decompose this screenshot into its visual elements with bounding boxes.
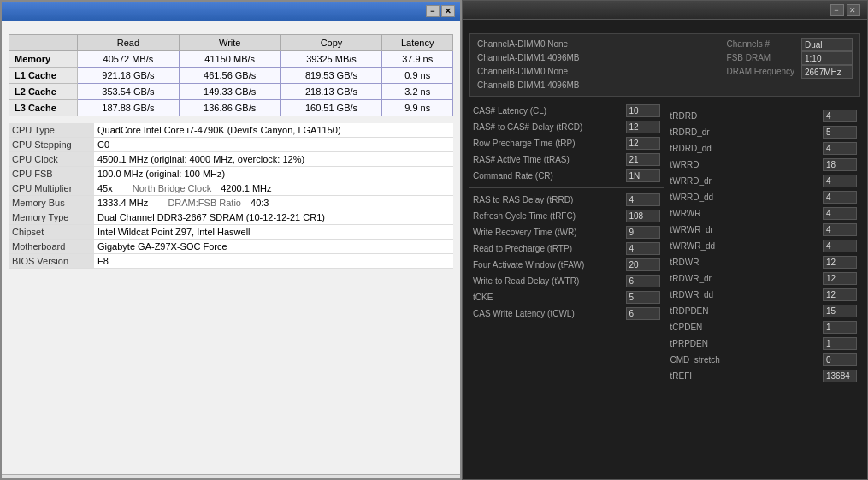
timing-value-input[interactable] (823, 142, 857, 155)
timing-row: Write to Read Delay (tWTR) (469, 274, 664, 288)
bench-label: L1 Cache (9, 68, 78, 84)
timing-value-input[interactable] (823, 191, 857, 204)
info-row: CPU FSB 100.0 MHz (original: 100 MHz) (9, 167, 453, 181)
timing-row: Write Recovery Time (tWR) (469, 225, 664, 240)
right-titlebar: − ✕ (463, 1, 867, 20)
channel-input[interactable] (801, 38, 853, 51)
bench-label: Memory (9, 51, 78, 68)
info-value: QuadCore Intel Core i7-4790K (Devil's Ca… (94, 123, 453, 138)
benchmark-table: Read Write Copy Latency Memory 40572 MB/… (9, 34, 453, 116)
timing-value-input[interactable] (823, 223, 857, 236)
timing-value-input[interactable] (626, 169, 660, 182)
dimm-line: ChannelB-DIMM0 None (477, 65, 580, 79)
bench-row: L3 Cache 187.88 GB/s 136.86 GB/s 160.51 … (9, 100, 453, 116)
left-titlebar: − ✕ (2, 2, 460, 21)
channel-label: DRAM Frequency (727, 65, 794, 79)
right-minimize-button[interactable]: − (830, 4, 844, 16)
right-close-button[interactable]: ✕ (847, 4, 860, 16)
channel-line: DRAM Frequency (727, 65, 853, 79)
close-button[interactable]: ✕ (441, 5, 455, 17)
timing-value-input[interactable] (823, 321, 857, 334)
timing-row: Four Activate Window (tFAW) (469, 258, 664, 272)
timing-row: tRDWR (667, 255, 861, 270)
bench-read: 353.54 GB/s (78, 84, 180, 100)
info-row: BIOS Version F8 (9, 254, 453, 269)
info-value: 1333.4 MHz DRAM:FSB Ratio 40:3 (94, 196, 453, 210)
timing-label: tRDRD_dd (670, 144, 824, 153)
info-label: Memory Bus (9, 196, 94, 210)
timing-value-input[interactable] (626, 210, 660, 222)
channel-label: FSB DRAM (727, 51, 771, 65)
timing-label: tPRPDEN (670, 339, 824, 348)
timing-row: CAS Write Latency (tCWL) (469, 306, 664, 321)
channel-input[interactable] (801, 51, 853, 65)
bench-copy: 39325 MB/s (280, 51, 382, 68)
timing-value-input[interactable] (626, 153, 660, 166)
timing-value-input[interactable] (823, 256, 857, 269)
timing-row: tWRWR (667, 206, 861, 221)
timing-label: tRDWR (670, 258, 824, 267)
timing-label: tRDRD_dr (670, 127, 824, 137)
timing-value-input[interactable] (823, 126, 857, 139)
timing-right-col: tRDRD tRDRD_dr tRDRD_dd tWRRD tWRRD_dr t… (667, 104, 861, 472)
timing-value-input[interactable] (626, 193, 660, 206)
timing-label: tRDPDEN (670, 306, 824, 316)
timing-label: Row Precharge Time (tRP) (473, 139, 626, 148)
timing-label: RAS to RAS Delay (tRRD) (473, 195, 626, 204)
titlebar-buttons: − ✕ (426, 5, 455, 17)
timing-row: tRDRD (667, 109, 861, 123)
timing-value-input[interactable] (626, 226, 660, 239)
info-value: 100.0 MHz (original: 100 MHz) (94, 167, 453, 181)
col-write: Write (179, 35, 280, 51)
timing-value-input[interactable] (823, 207, 857, 220)
timing-value-input[interactable] (823, 288, 857, 301)
timing-label: CMD_stretch (670, 355, 824, 364)
timing-value-input[interactable] (626, 242, 660, 255)
timing-row: tWRWR_dd (667, 239, 861, 253)
bench-row: Memory 40572 MB/s 41150 MB/s 39325 MB/s … (9, 51, 453, 68)
info-value: C0 (94, 138, 453, 152)
timing-label: RAS# to CAS# Delay (tRCD) (473, 122, 626, 132)
timing-divider (469, 187, 664, 188)
bench-latency: 9.9 ns (382, 100, 453, 116)
timing-label: CAS Write Latency (tCWL) (473, 309, 626, 318)
right-panel: − ✕ ChannelA-DIMM0 NoneChannelA-DIMM1 40… (462, 0, 868, 480)
footer-bar (2, 474, 460, 478)
timing-value-input[interactable] (823, 353, 857, 366)
channel-input[interactable] (801, 65, 853, 79)
timing-row: tRDRD_dd (667, 141, 861, 156)
timing-value-input[interactable] (626, 275, 660, 287)
timing-value-input[interactable] (823, 240, 857, 252)
info-value: 4500.1 MHz (original: 4000 MHz, overcloc… (94, 152, 453, 167)
dimm-line: ChannelB-DIMM1 4096MB (477, 79, 580, 92)
bench-copy: 819.53 GB/s (280, 68, 382, 84)
info-value: F8 (94, 254, 453, 269)
info-label: CPU Multiplier (9, 181, 94, 196)
timing-value-input[interactable] (823, 370, 857, 382)
channel-label: Channels # (727, 38, 771, 51)
bench-label: L2 Cache (9, 84, 78, 100)
timing-value-input[interactable] (626, 258, 660, 271)
bench-copy: 218.13 GB/s (280, 84, 382, 100)
timing-value-input[interactable] (823, 158, 857, 171)
timing-label: tCKE (473, 293, 626, 302)
timing-value-input[interactable] (626, 291, 660, 304)
timing-value-input[interactable] (626, 137, 660, 150)
timing-label: tRDWR_dd (670, 290, 824, 299)
bench-latency: 0.9 ns (382, 68, 453, 84)
timing-value-input[interactable] (626, 104, 660, 117)
timing-value-input[interactable] (823, 272, 857, 285)
timing-value-input[interactable] (626, 307, 660, 320)
timing-value-input[interactable] (823, 175, 857, 187)
timing-value-input[interactable] (823, 110, 857, 122)
info-value: Dual Channel DDR3-2667 SDRAM (10-12-12-2… (94, 210, 453, 225)
info-value: 45x North Bridge Clock 4200.1 MHz (94, 181, 453, 196)
timing-value-input[interactable] (823, 305, 857, 317)
timing-value-input[interactable] (823, 337, 857, 350)
bench-latency: 3.2 ns (382, 84, 453, 100)
timing-row: tREFI (667, 369, 861, 383)
timing-value-input[interactable] (626, 121, 660, 133)
minimize-button[interactable]: − (426, 5, 440, 17)
info-value: Intel Wildcat Point Z97, Intel Haswell (94, 225, 453, 240)
timing-row: tCPDEN (667, 320, 861, 335)
